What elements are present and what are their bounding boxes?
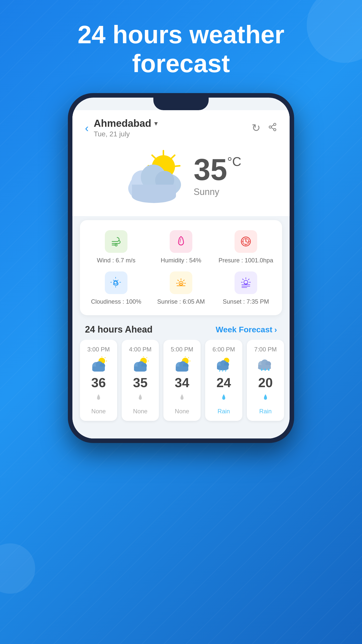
svg-point-1 xyxy=(269,126,272,128)
svg-line-9 xyxy=(152,155,156,159)
hour-time-2: 4:00 PM xyxy=(129,346,151,353)
hour-card-5: 7:00 PM xyxy=(247,340,284,421)
svg-line-78 xyxy=(219,370,220,372)
hour-temp-1: 36 xyxy=(91,375,106,390)
location-info: Ahmedabad ▾ Tue, 21 july xyxy=(94,118,157,138)
hour-time-3: 5:00 PM xyxy=(171,346,193,353)
sunset-icon-box xyxy=(235,271,257,294)
svg-line-80 xyxy=(225,370,226,372)
hour-temp-3: 34 xyxy=(175,375,189,390)
hour-icon-5 xyxy=(257,356,274,372)
weather-icon xyxy=(121,146,186,206)
wind-label: Wind : 6.7 m/s xyxy=(97,257,135,264)
svg-point-0 xyxy=(274,123,276,126)
app-header: ‹ Ahmedabad ▾ Tue, 21 july ↻ xyxy=(72,110,290,141)
svg-line-32 xyxy=(184,280,184,281)
hour-temp-2: 35 xyxy=(133,375,148,390)
stat-humidity: Humidity : 54% xyxy=(152,230,210,264)
svg-line-6 xyxy=(171,155,175,159)
weather-description: Sunny xyxy=(194,187,219,197)
sunrise-icon-box xyxy=(170,271,192,294)
humidity-label: Humidity : 54% xyxy=(161,257,201,264)
hour-card-4: 6:00 PM xyxy=(205,340,242,421)
hour-precip-icon-5 xyxy=(262,394,269,404)
refresh-icon[interactable]: ↻ xyxy=(252,122,260,134)
hour-precip-icon-4 xyxy=(220,394,227,404)
location-date: Tue, 21 july xyxy=(94,130,157,138)
svg-point-19 xyxy=(132,189,176,203)
hour-icon-3 xyxy=(173,356,191,372)
location-name[interactable]: Ahmedabad ▾ xyxy=(94,118,157,129)
location-label: Ahmedabad xyxy=(94,118,151,129)
back-button[interactable]: ‹ xyxy=(85,123,89,134)
hour-time-5: 7:00 PM xyxy=(254,346,277,353)
week-forecast-label: Week Forecast xyxy=(216,325,272,334)
sunset-label: Sunset : 7:35 PM xyxy=(223,298,269,305)
phone-screen: ‹ Ahmedabad ▾ Tue, 21 july ↻ xyxy=(72,98,290,438)
phone-frame: ‹ Ahmedabad ▾ Tue, 21 july ↻ xyxy=(68,93,294,443)
wind-icon-box xyxy=(105,230,127,253)
hour-precip-label-5: Rain xyxy=(259,408,272,415)
chevron-right-icon: › xyxy=(274,325,277,334)
hour-precip-label-3: None xyxy=(175,408,189,415)
hour-precip-icon-3 xyxy=(178,394,186,404)
pressure-icon-box xyxy=(235,230,257,253)
hour-icon-2 xyxy=(131,356,149,372)
hour-card-3: 5:00 PM xyxy=(163,340,201,421)
week-forecast-link[interactable]: Week Forecast › xyxy=(216,325,277,334)
hero-line1: 24 hours weather xyxy=(78,20,285,49)
temperature-value: 35 xyxy=(194,154,227,185)
hour-time-4: 6:00 PM xyxy=(212,346,235,353)
svg-line-56 xyxy=(147,357,147,358)
svg-line-4 xyxy=(271,125,274,126)
stat-sunrise: Sunrise : 6:05 AM xyxy=(152,271,210,305)
cloudiness-label: Cloudiness : 100% xyxy=(91,298,141,305)
hero-line2: forecast xyxy=(132,49,230,77)
weather-temp-area: 35 °C Sunny xyxy=(194,154,241,197)
svg-line-39 xyxy=(248,279,249,280)
phone-container: ‹ Ahmedabad ▾ Tue, 21 july ↻ xyxy=(68,93,294,443)
stat-pressure: Presure : 1001.0hpa xyxy=(217,230,275,264)
stats-card: Wind : 6.7 m/s Humidity : 54% xyxy=(80,220,282,315)
hour-temp-4: 24 xyxy=(216,375,231,390)
svg-point-36 xyxy=(244,280,248,284)
hour-time-1: 3:00 PM xyxy=(87,346,110,353)
header-left: ‹ Ahmedabad ▾ Tue, 21 july xyxy=(85,118,157,138)
hour-precip-label-4: Rain xyxy=(217,408,230,415)
stat-sunset: Sunset : 7:35 PM xyxy=(217,271,275,305)
weather-main: 35 °C Sunny xyxy=(72,141,290,216)
sunrise-label: Sunrise : 6:05 AM xyxy=(157,298,205,305)
notch xyxy=(153,98,209,110)
temperature-unit: °C xyxy=(227,154,241,169)
svg-line-65 xyxy=(188,357,189,358)
hour-precip-label-2: None xyxy=(133,408,147,415)
screen-content: ‹ Ahmedabad ▾ Tue, 21 july ↻ xyxy=(72,110,290,438)
hour-icon-4 xyxy=(215,356,233,372)
cloudiness-icon-box xyxy=(105,271,127,294)
humidity-icon-box xyxy=(170,230,192,253)
hour-card-1: 3:00 PM xyxy=(80,340,117,421)
svg-line-31 xyxy=(178,280,178,281)
hero-title: 24 hours weather forecast xyxy=(58,20,305,78)
svg-line-47 xyxy=(105,357,105,358)
hour-precip-icon-2 xyxy=(137,394,144,404)
header-right: ↻ xyxy=(252,122,277,134)
svg-line-24 xyxy=(246,242,248,243)
share-icon[interactable] xyxy=(268,122,277,134)
hour-precip-icon-1 xyxy=(95,394,102,404)
hour-card-2: 4:00 PM xyxy=(122,340,159,421)
svg-line-3 xyxy=(271,128,274,129)
hour-temp-5: 20 xyxy=(258,375,273,390)
stat-wind: Wind : 6.7 m/s xyxy=(87,230,145,264)
hour-precip-label-1: None xyxy=(91,408,106,415)
hour-icon-1 xyxy=(90,356,107,372)
hourly-scroll: 3:00 PM xyxy=(72,340,290,428)
section-header: 24 hours Ahead Week Forecast › xyxy=(72,319,290,340)
svg-line-38 xyxy=(243,279,243,280)
pressure-label: Presure : 1001.0hpa xyxy=(218,257,273,264)
svg-point-2 xyxy=(274,129,276,131)
svg-line-7 xyxy=(175,166,180,166)
hours-ahead-title: 24 hours Ahead xyxy=(85,324,153,335)
dropdown-arrow-icon[interactable]: ▾ xyxy=(154,120,157,127)
svg-line-79 xyxy=(222,370,223,372)
